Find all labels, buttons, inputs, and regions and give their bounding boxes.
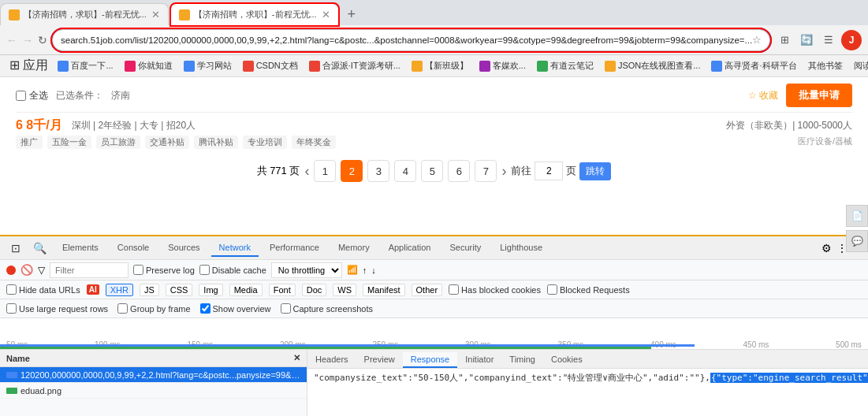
jump-button[interactable]: 跳转: [579, 162, 611, 180]
dt-tab-performance[interactable]: Performance: [262, 240, 327, 257]
page-btn-1[interactable]: 1: [314, 160, 336, 182]
page-btn-3[interactable]: 3: [367, 160, 389, 182]
bookmark-heyuan[interactable]: 合源派·IT资源考研...: [304, 58, 405, 75]
select-all-input[interactable]: [16, 91, 26, 101]
bookmark-newclass-icon: [412, 61, 423, 72]
dt-tab-network[interactable]: Network: [211, 240, 259, 257]
pagination: 共 771 页 ‹ 1 2 3 4 5 6 7 › 前往 页 跳转: [16, 154, 852, 188]
jump-input[interactable]: [535, 162, 563, 180]
sync-icon[interactable]: 🔄: [797, 31, 816, 50]
bookmark-nizhi-icon: [125, 61, 136, 72]
bookmarks-bar: ⊞ 应用 百度一下... 你就知道 学习网站 CSDN文档 合源派·IT资源考研…: [0, 55, 868, 77]
bookmark-readlist[interactable]: 阅读清单: [849, 58, 868, 75]
tab-2-close[interactable]: ✕: [322, 9, 330, 20]
capture-screenshots-checkbox[interactable]: Capture screenshots: [281, 303, 374, 314]
dt-tab-security[interactable]: Security: [441, 240, 489, 257]
address-box[interactable]: search.51job.com/list/120200,000000,0000…: [52, 29, 770, 51]
back-button[interactable]: ←: [6, 31, 17, 50]
job-tag-7: 年终奖金: [292, 136, 336, 149]
extensions-icon[interactable]: ⊞: [775, 31, 794, 50]
dt-tab-memory[interactable]: Memory: [330, 240, 378, 257]
filter-media-btn[interactable]: Media: [229, 284, 263, 296]
page-btn-5[interactable]: 5: [421, 160, 443, 182]
job-tag-3: 员工旅游: [96, 136, 140, 149]
tab-2[interactable]: 【济南招聘，求职】-前程无忧... ✕: [170, 3, 339, 25]
dt-tab-lighthouse[interactable]: Lighthouse: [492, 240, 550, 257]
page-btn-4[interactable]: 4: [394, 160, 416, 182]
page-btn-6[interactable]: 6: [448, 160, 470, 182]
bookmark-nizhi[interactable]: 你就知道: [120, 58, 177, 75]
dt-right-tab-headers[interactable]: Headers: [307, 352, 356, 368]
address-icons: ☆: [752, 34, 762, 46]
bookmark-json[interactable]: JSON在线视图查看...: [600, 58, 706, 75]
page-btn-2[interactable]: 2: [341, 160, 363, 182]
filter-input[interactable]: [50, 262, 129, 278]
dt-right-tab-response[interactable]: Response: [403, 352, 458, 368]
large-rows-checkbox[interactable]: Use large request rows: [6, 303, 108, 314]
tab-1-close[interactable]: ✕: [151, 9, 160, 20]
dt-tab-elements[interactable]: Elements: [54, 240, 106, 257]
blocked-requests-checkbox[interactable]: Blocked Requests: [547, 284, 630, 295]
bookmark-json-icon: [605, 61, 616, 72]
dt-tab-application[interactable]: Application: [381, 240, 439, 257]
bookmark-study-icon: [184, 61, 195, 72]
apps-button[interactable]: ⊞ 应用: [6, 58, 51, 75]
dt-right-tab-cookies[interactable]: Cookies: [543, 352, 590, 368]
dt-tab-console[interactable]: Console: [110, 240, 157, 257]
devtools: ⊡ 🔍 Elements Console Sources Network Per…: [0, 235, 868, 416]
devtools-toggle-btn[interactable]: ⊡: [6, 240, 25, 256]
dt-right-tab-initiator[interactable]: Initiator: [457, 352, 501, 368]
bookmark-gaoxun[interactable]: 高寻贤者·科研平台: [706, 58, 801, 75]
next-page-button[interactable]: ›: [501, 163, 506, 180]
bookmark-others[interactable]: 其他书签: [803, 58, 848, 75]
bookmark-csdn[interactable]: CSDN文档: [238, 58, 303, 75]
dt-close-left[interactable]: ✕: [293, 353, 300, 363]
dt-right-tab-timing[interactable]: Timing: [501, 352, 543, 368]
show-overview-checkbox[interactable]: Show overview: [200, 303, 271, 314]
bookmark-baiду[interactable]: 百度一下...: [53, 58, 117, 75]
forward-button[interactable]: →: [22, 31, 33, 50]
address-text: search.51job.com/list/120200,000000,0000…: [61, 35, 752, 45]
refresh-button[interactable]: ↻: [38, 31, 47, 50]
clear-button[interactable]: 🚫: [20, 264, 33, 276]
filter-ws-btn[interactable]: WS: [333, 284, 356, 296]
settings-icon[interactable]: ☰: [819, 31, 838, 50]
profile-button[interactable]: J: [841, 30, 862, 50]
devtools-options-bar: Use large request rows Group by frame Sh…: [0, 299, 868, 318]
apply-button[interactable]: 批量申请: [786, 84, 852, 107]
filter-xhr-btn[interactable]: XHR: [106, 284, 133, 296]
bookmark-star-icon[interactable]: ☆: [752, 34, 762, 46]
bookmark-newclass[interactable]: 【新班级】: [407, 58, 473, 75]
dt-row-1[interactable]: 120200,000000,0000,00,9,99,+2,2.html?lan…: [0, 367, 307, 383]
disable-cache-checkbox[interactable]: Disable cache: [199, 265, 266, 275]
dt-row-2[interactable]: eduad.png: [0, 383, 307, 399]
filter-font-btn[interactable]: Font: [269, 284, 296, 296]
filter-img-btn[interactable]: Img: [199, 284, 222, 296]
prev-page-button[interactable]: ‹: [304, 163, 309, 180]
bookmark-kemei[interactable]: 客媒欢...: [475, 58, 531, 75]
dt-right-panel: Headers Preview Response Initiator Timin…: [307, 350, 868, 416]
page-btn-7[interactable]: 7: [475, 160, 497, 182]
preserve-log-checkbox[interactable]: Preserve log: [133, 265, 195, 275]
dt-right-tab-preview[interactable]: Preview: [356, 352, 403, 368]
devtools-inspect-btn[interactable]: 🔍: [28, 240, 51, 256]
filter-other-btn[interactable]: Other: [412, 284, 443, 296]
bookmark-study[interactable]: 学习网站: [179, 58, 237, 75]
select-all-checkbox[interactable]: 全选: [16, 89, 48, 102]
record-button[interactable]: [6, 266, 16, 275]
new-tab-button[interactable]: +: [341, 3, 363, 25]
bookmark-youdao-icon: [537, 61, 548, 72]
tab-1[interactable]: 【济南招聘，求职】-前程无忧... ✕: [0, 3, 169, 25]
group-frame-checkbox[interactable]: Group by frame: [117, 303, 190, 314]
filter-css-btn[interactable]: CSS: [166, 284, 193, 296]
filter-manifest-btn[interactable]: Manifest: [363, 284, 405, 296]
bookmark-youdao[interactable]: 有道云笔记: [532, 58, 598, 75]
fav-button[interactable]: ☆ 收藏: [748, 89, 778, 102]
filter-js-btn[interactable]: JS: [140, 284, 159, 296]
dt-tab-sources[interactable]: Sources: [160, 240, 207, 257]
hide-data-urls-checkbox[interactable]: Hide data URLs: [6, 284, 80, 295]
throttle-dropdown[interactable]: No throttling: [271, 262, 342, 278]
dt-settings-icon[interactable]: ⚙: [821, 242, 832, 254]
filter-doc-btn[interactable]: Doc: [302, 284, 327, 296]
has-blocked-cookies-checkbox[interactable]: Has blocked cookies: [449, 284, 541, 295]
